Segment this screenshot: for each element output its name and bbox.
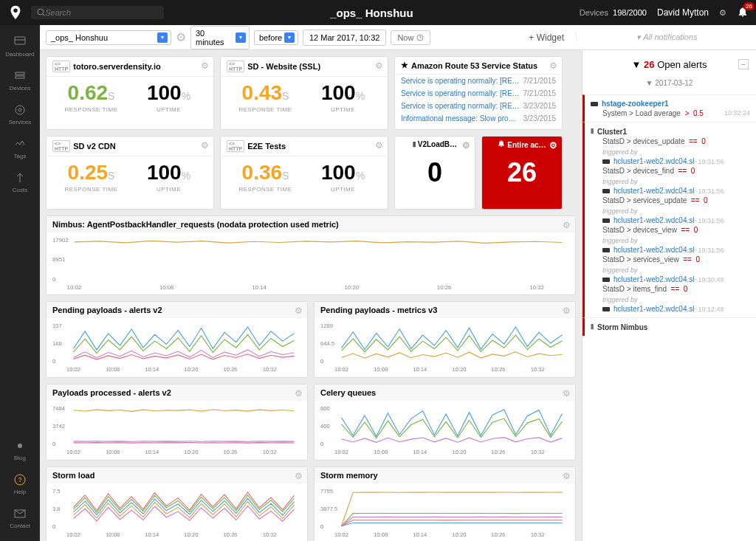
svg-text:10:20: 10:20 [452, 531, 466, 538]
svg-text:10:14: 10:14 [413, 531, 427, 538]
card-gear-icon[interactable]: ⚙ [375, 140, 383, 151]
svg-point-7 [18, 108, 21, 111]
toolbar: _ops_ Honshuu▾ ⚙ 30 minutes▾ before▾ 12 … [40, 25, 756, 50]
svg-text:0: 0 [52, 523, 55, 530]
bell-icon[interactable]: 26 [737, 6, 749, 19]
alert-time: 10:12:48 [698, 306, 724, 313]
sidebar-item-devices[interactable]: Devices [5, 63, 34, 97]
svg-text:10:02: 10:02 [67, 284, 82, 291]
card-gear-icon[interactable]: ⚙ [563, 306, 571, 316]
card-gear-icon[interactable]: ⚙ [563, 220, 571, 230]
card-gear-icon[interactable]: ⚙ [549, 140, 557, 151]
status-link[interactable]: Service is operating normally: [RE… [401, 102, 520, 110]
caret-icon: ▾ [236, 32, 246, 43]
dashboard-gear-icon[interactable]: ⚙ [176, 30, 186, 44]
sidebar-item-costs[interactable]: Costs [5, 165, 34, 199]
chart-title: Nimbus: AgentPostbackHandler_requests (n… [52, 220, 339, 229]
svg-text:7484: 7484 [52, 405, 65, 412]
svg-text:10:08: 10:08 [106, 531, 120, 538]
alert-metric: System > Load average > 0.510:32:24 [602, 109, 750, 117]
settings-gear-icon[interactable]: ⚙ [719, 8, 726, 18]
top-header: _ops_ Honshuu Devices 198/2000 David Myt… [0, 0, 756, 25]
sidebar-item-dashboard[interactable]: Dashboard [5, 30, 34, 63]
card-gear-icon[interactable]: ⚙ [462, 140, 470, 151]
card-gear-icon[interactable]: ⚙ [375, 61, 383, 71]
search-input[interactable] [45, 8, 158, 17]
device-icon [602, 307, 610, 311]
caret-icon: ▾ [284, 32, 295, 43]
range-selector[interactable]: 30 minutes▾ [190, 26, 250, 49]
card-gear-icon[interactable]: ⚙ [549, 61, 557, 71]
svg-text:10:20: 10:20 [345, 284, 360, 291]
page-title: _ops_ Honshuu [164, 7, 580, 19]
user-name[interactable]: David Mytton [657, 7, 709, 18]
card-gear-icon[interactable]: ⚙ [295, 471, 303, 481]
trigger-host[interactable]: hcluster1-web2.wdc04.sl10:31:56 [602, 187, 750, 195]
svg-text:?: ? [18, 476, 21, 483]
alert-time: 10:31:56 [698, 158, 724, 165]
svg-text:10:26: 10:26 [492, 531, 506, 538]
left-sidebar: DashboardDevicesServicesTagsCosts Blog?H… [0, 25, 40, 541]
svg-text:10:14: 10:14 [413, 449, 427, 455]
alert-device[interactable]: ⦀Cluster1 [591, 127, 750, 136]
svg-text:10:32: 10:32 [529, 284, 544, 291]
svg-text:10:02: 10:02 [66, 531, 80, 538]
card-totoro: <>HTTPtotoro.serverdensity.io ⚙ 0.62SRES… [46, 56, 214, 130]
date-display[interactable]: 12 Mar 2017, 10:32 [303, 30, 386, 46]
count-value: 0 [395, 157, 475, 188]
svg-text:10:02: 10:02 [66, 449, 80, 455]
card-sdweb: <>HTTPSD - Website (SSL) ⚙ 0.43SRESPONSE… [220, 56, 388, 130]
dashboard-selector[interactable]: _ops_ Honshuu▾ [46, 30, 171, 45]
chart-title: Pending payloads - metrics v3 [320, 306, 437, 314]
alert-metric: StatsD > services_update == 0 [602, 196, 750, 204]
collapse-button[interactable]: − [738, 59, 749, 69]
svg-text:10:26: 10:26 [437, 284, 452, 291]
notifications-filter[interactable]: ▾ All notifications [576, 32, 750, 42]
trigger-host[interactable]: hcluster1-web2.wdc04.sl10:31:56 [602, 246, 750, 254]
now-button[interactable]: Now [391, 30, 430, 45]
trigger-host[interactable]: hcluster1-web2.wdc04.sl10:30:48 [602, 275, 750, 283]
add-widget-button[interactable]: + Widget [521, 30, 571, 46]
chart-title: Storm load [52, 471, 94, 480]
status-link[interactable]: Informational message: Slow pro… [401, 114, 516, 123]
devices-label: Devices 198/2000 [580, 8, 647, 17]
sidebar-item-services[interactable]: Services [5, 97, 34, 131]
card-gear-icon[interactable]: ⚙ [201, 140, 209, 151]
alert-time: 10:30:48 [698, 276, 724, 283]
card-entire-account[interactable]: Entire ac…⚙ 26 [481, 136, 563, 210]
star-icon: ★ [401, 61, 408, 70]
svg-text:10:14: 10:14 [145, 449, 159, 455]
svg-rect-5 [16, 76, 24, 78]
alert-device[interactable]: ⦀Storm Nimbus [591, 323, 750, 331]
alert-device[interactable]: hstage-zookeeper1 [591, 100, 750, 108]
svg-text:10:08: 10:08 [106, 449, 120, 455]
triggered-by-label: triggered by [602, 266, 750, 274]
svg-text:10:08: 10:08 [374, 366, 388, 373]
status-link[interactable]: Service is operating normally: [RE… [401, 89, 520, 97]
sidebar-item-tags[interactable]: Tags [5, 131, 34, 165]
sidebar-item-contact[interactable]: Contact [10, 501, 30, 535]
status-link[interactable]: Service is operating normally: [RE… [401, 77, 520, 85]
search-box[interactable] [31, 6, 164, 19]
svg-text:10:32: 10:32 [263, 366, 277, 373]
svg-text:10:08: 10:08 [374, 449, 388, 455]
card-gear-icon[interactable]: ⚙ [563, 471, 571, 481]
chart-card: Pending payloads - alerts v2 ⚙ 337168010… [46, 301, 308, 378]
alert-time: 10:32:24 [724, 109, 750, 117]
alert-badge: 26 [743, 2, 755, 10]
svg-text:644.5: 644.5 [320, 340, 334, 347]
trigger-host[interactable]: hcluster1-web2.wdc04.sl10:31:56 [602, 157, 750, 165]
svg-text:10:26: 10:26 [224, 366, 238, 373]
trigger-host[interactable]: hcluster1-web2.wdc04.sl10:12:48 [602, 305, 750, 313]
card-gear-icon[interactable]: ⚙ [201, 61, 209, 71]
card-gear-icon[interactable]: ⚙ [295, 306, 303, 316]
card-gear-icon[interactable]: ⚙ [295, 388, 303, 399]
sidebar-item-blog[interactable]: Blog [10, 433, 30, 467]
anchor-selector[interactable]: before▾ [254, 30, 298, 45]
trigger-host[interactable]: hcluster1-web2.wdc04.sl10:31:56 [602, 216, 750, 224]
card-gear-icon[interactable]: ⚙ [563, 388, 571, 399]
sidebar-item-help[interactable]: ?Help [10, 467, 30, 501]
chart-title: Payloads processed - alerts v2 [52, 388, 171, 397]
svg-text:0: 0 [52, 441, 55, 447]
svg-text:400: 400 [320, 423, 330, 430]
